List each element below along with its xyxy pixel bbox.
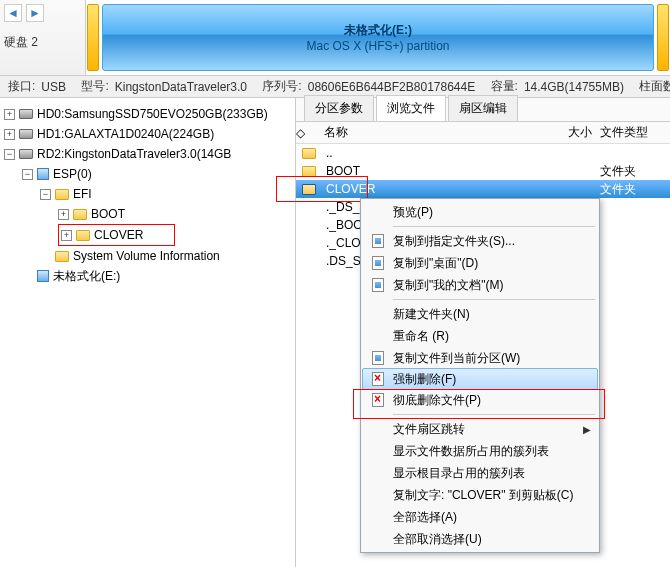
tree-node-hd1[interactable]: +HD1:GALAXTA1D0240A(224GB) xyxy=(4,124,291,144)
capacity-label: 容量: xyxy=(491,78,518,95)
tab-browse-files[interactable]: 浏览文件 xyxy=(376,95,446,121)
file-list-header: ◇ 名称 大小 文件类型 xyxy=(296,122,670,144)
menu-force-delete[interactable]: 强制删除(F) xyxy=(362,368,598,390)
model-label: 型号: xyxy=(81,78,108,95)
copy-icon xyxy=(369,350,387,366)
file-icon xyxy=(302,238,316,249)
file-icon xyxy=(302,202,316,213)
menu-separator xyxy=(393,226,595,227)
partition-slot[interactable] xyxy=(87,4,99,71)
partition-title: 未格式化(E:) xyxy=(344,22,412,39)
menu-show-file-clusters[interactable]: 显示文件数据所占用的簇列表 xyxy=(363,440,597,462)
file-icon xyxy=(302,220,316,231)
list-item-selected[interactable]: CLOVER文件夹 xyxy=(296,180,670,198)
col-size[interactable]: 大小 xyxy=(550,124,600,141)
partition-slot[interactable] xyxy=(657,4,669,71)
collapse-icon[interactable]: − xyxy=(4,149,15,160)
menu-preview[interactable]: 预览(P) xyxy=(363,201,597,223)
menu-copy-to-docs[interactable]: 复制到"我的文档"(M) xyxy=(363,274,597,296)
disk-tree[interactable]: +HD0:SamsungSSD750EVO250GB(233GB) +HD1:G… xyxy=(4,104,291,286)
capacity-value: 14.4GB(14755MB) xyxy=(524,80,624,94)
partition-banner[interactable]: 未格式化(E:) Mac OS X (HFS+) partition xyxy=(102,4,654,71)
menu-sector-jump[interactable]: 文件扇区跳转▶ xyxy=(363,418,597,440)
disk-icon xyxy=(19,109,33,119)
list-item[interactable]: BOOT文件夹 xyxy=(296,162,670,180)
tab-bar: 分区参数 浏览文件 扇区编辑 xyxy=(296,98,670,122)
tree-node-boot[interactable]: +BOOT xyxy=(58,204,291,224)
delete-icon xyxy=(369,392,387,408)
topbar-right: 未格式化(E:) Mac OS X (HFS+) partition xyxy=(86,0,670,75)
nav-back-button[interactable]: ◄ xyxy=(4,4,22,22)
context-menu: 预览(P) 复制到指定文件夹(S)... 复制到"桌面"(D) 复制到"我的文档… xyxy=(360,198,600,553)
expand-icon[interactable]: + xyxy=(58,209,69,220)
folder-icon xyxy=(76,230,90,241)
col-name[interactable]: 名称 xyxy=(320,124,550,141)
expand-icon[interactable]: + xyxy=(4,129,15,140)
disk-label: 硬盘 2 xyxy=(4,34,81,51)
cylinders-label: 柱面数: xyxy=(639,78,670,95)
menu-separator xyxy=(393,414,595,415)
collapse-icon[interactable]: − xyxy=(40,189,51,200)
partition-icon xyxy=(37,270,49,282)
file-icon xyxy=(302,256,316,267)
tab-partition-params[interactable]: 分区参数 xyxy=(304,95,374,121)
menu-separator xyxy=(393,299,595,300)
menu-deselect-all[interactable]: 全部取消选择(U) xyxy=(363,528,597,550)
menu-new-folder[interactable]: 新建文件夹(N) xyxy=(363,303,597,325)
serial-label: 序列号: xyxy=(262,78,301,95)
disk-icon xyxy=(19,149,33,159)
partition-icon xyxy=(37,168,49,180)
folder-icon xyxy=(302,184,316,195)
tree-node-svi[interactable]: System Volume Information xyxy=(40,246,291,266)
top-bar: ◄ ► 硬盘 2 未格式化(E:) Mac OS X (HFS+) partit… xyxy=(0,0,670,76)
menu-copy-to-partition[interactable]: 复制文件到当前分区(W) xyxy=(363,347,597,369)
copy-icon xyxy=(369,255,387,271)
copy-icon xyxy=(369,277,387,293)
expand-icon[interactable]: + xyxy=(61,230,72,241)
menu-show-root-clusters[interactable]: 显示根目录占用的簇列表 xyxy=(363,462,597,484)
folder-icon xyxy=(73,209,87,220)
tree-node-esp[interactable]: −ESP(0) xyxy=(22,164,291,184)
interface-value: USB xyxy=(41,80,66,94)
col-icon[interactable]: ◇ xyxy=(296,126,320,140)
partition-subtitle: Mac OS X (HFS+) partition xyxy=(306,39,449,53)
nav-forward-button[interactable]: ► xyxy=(26,4,44,22)
menu-full-delete[interactable]: 彻底删除文件(P) xyxy=(363,389,597,411)
disk-icon xyxy=(19,129,33,139)
delete-icon xyxy=(369,371,387,387)
folder-icon xyxy=(302,166,316,177)
folder-up-icon xyxy=(302,148,316,159)
tree-node-clover[interactable]: +CLOVER xyxy=(58,224,291,246)
menu-select-all[interactable]: 全部选择(A) xyxy=(363,506,597,528)
tree-node-efi[interactable]: −EFI xyxy=(40,184,291,204)
col-type[interactable]: 文件类型 xyxy=(600,124,670,141)
copy-icon xyxy=(369,233,387,249)
serial-value: 08606E6B644BF2B80178644E xyxy=(308,80,475,94)
expand-icon[interactable]: + xyxy=(4,109,15,120)
tree-pane: +HD0:SamsungSSD750EVO250GB(233GB) +HD1:G… xyxy=(0,98,296,567)
folder-icon xyxy=(55,189,69,200)
interface-label: 接口: xyxy=(8,78,35,95)
menu-copy-text[interactable]: 复制文字: "CLOVER" 到剪贴板(C) xyxy=(363,484,597,506)
menu-rename[interactable]: 重命名 (R) xyxy=(363,325,597,347)
collapse-icon[interactable]: − xyxy=(22,169,33,180)
tree-node-rd2[interactable]: −RD2:KingstonDataTraveler3.0(14GB xyxy=(4,144,291,164)
tab-sector-edit[interactable]: 扇区编辑 xyxy=(448,95,518,121)
submenu-arrow-icon: ▶ xyxy=(583,424,597,435)
highlight-box: +CLOVER xyxy=(58,224,175,246)
model-value: KingstonDataTraveler3.0 xyxy=(115,80,247,94)
topbar-left: ◄ ► 硬盘 2 xyxy=(0,0,86,75)
menu-copy-to-folder[interactable]: 复制到指定文件夹(S)... xyxy=(363,230,597,252)
tree-node-unformatted[interactable]: 未格式化(E:) xyxy=(22,266,291,286)
menu-copy-to-desktop[interactable]: 复制到"桌面"(D) xyxy=(363,252,597,274)
list-item[interactable]: .. xyxy=(296,144,670,162)
folder-icon xyxy=(55,251,69,262)
tree-node-hd0[interactable]: +HD0:SamsungSSD750EVO250GB(233GB) xyxy=(4,104,291,124)
